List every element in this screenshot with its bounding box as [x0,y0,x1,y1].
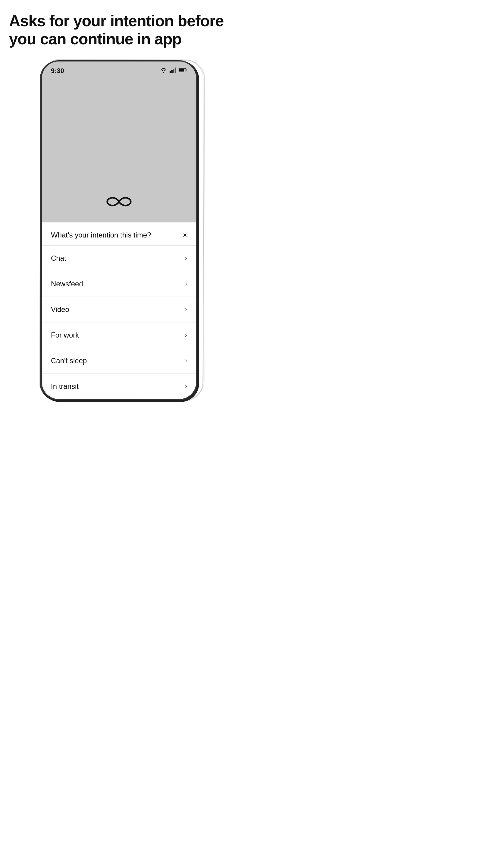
status-bar: 9:30 [42,61,196,78]
intention-label-cant-sleep: Can't sleep [51,356,87,365]
intention-item-for-work[interactable]: For work› [42,322,196,348]
svg-rect-5 [179,69,184,71]
chevron-right-icon-chat: › [185,254,187,262]
infinity-logo [104,194,134,210]
phone-screen: 9:30 [42,61,196,399]
status-time: 9:30 [51,67,64,75]
intention-label-in-transit: In transit [51,382,78,391]
sheet-title: What's your intention this time? [51,231,151,239]
phone-outer: 9:30 [41,60,203,400]
phone-frame: 9:30 [41,60,197,400]
phone-wrapper: 9:30 [9,60,235,400]
wifi-icon [160,67,167,74]
page-headline: Asks for your intention before you can c… [9,12,235,48]
close-button[interactable]: × [183,231,187,239]
app-content-area [42,78,196,222]
intention-item-in-transit[interactable]: In transit› [42,374,196,399]
intention-item-video[interactable]: Video› [42,297,196,322]
bottom-sheet: What's your intention this time? × Chat›… [42,222,196,399]
intention-label-chat: Chat [51,254,66,262]
svg-rect-3 [175,67,176,73]
intention-item-chat[interactable]: Chat› [42,246,196,271]
intention-label-video: Video [51,305,69,314]
chevron-right-icon-in-transit: › [185,382,187,390]
sheet-header: What's your intention this time? × [42,222,196,246]
status-icons [160,67,187,74]
intention-item-cant-sleep[interactable]: Can't sleep› [42,348,196,374]
signal-icon [170,67,176,74]
chevron-right-icon-for-work: › [185,331,187,339]
page-container: Asks for your intention before you can c… [0,0,244,434]
chevron-right-icon-newsfeed: › [185,280,187,288]
intention-label-for-work: For work [51,331,79,339]
chevron-right-icon-video: › [185,306,187,313]
svg-rect-0 [170,71,171,73]
chevron-right-icon-cant-sleep: › [185,357,187,365]
intention-item-newsfeed[interactable]: Newsfeed› [42,271,196,297]
svg-rect-2 [173,69,174,73]
battery-icon [178,68,187,74]
side-button [197,122,197,137]
svg-rect-1 [171,70,173,73]
intention-label-newsfeed: Newsfeed [51,280,83,288]
svg-rect-4 [178,68,186,72]
intention-list: Chat›Newsfeed›Video›For work›Can't sleep… [42,246,196,399]
